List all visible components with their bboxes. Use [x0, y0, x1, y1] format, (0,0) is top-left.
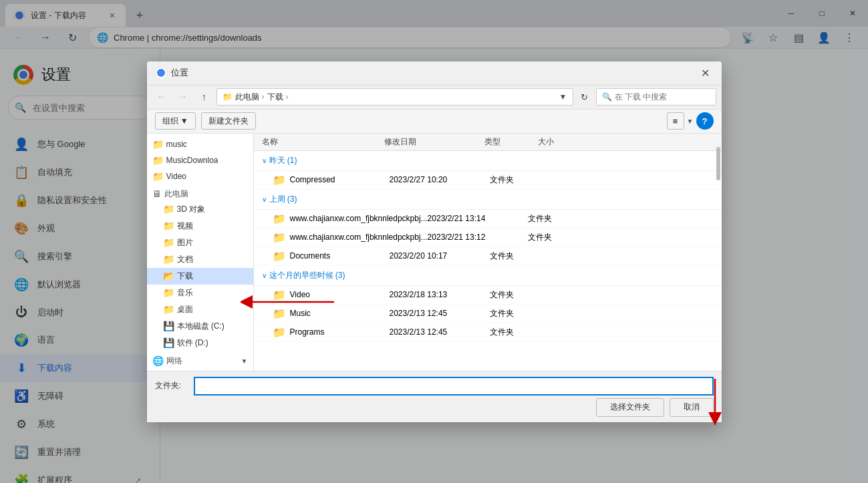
organize-button[interactable]: 组织 ▼ — [155, 112, 196, 130]
breadcrumb-folder-icon: 📁 — [223, 92, 233, 102]
col-date: 修改日期 — [384, 136, 484, 148]
dialog-forward-button[interactable]: → — [174, 88, 192, 106]
help-button[interactable]: ? — [696, 112, 714, 130]
group-label: 昨天 (1) — [269, 155, 297, 166]
folder-icon-yellow: 📁 — [273, 289, 286, 301]
nav-item-MusicDownloa[interactable]: 📁MusicDownloa — [147, 152, 253, 168]
folder-icon: 📁 — [152, 155, 164, 166]
file-date: 2023/2/13 12:45 — [390, 309, 490, 318]
nav-item-本地磁盘-(C:)[interactable]: 💾本地磁盘 (C:) — [147, 318, 253, 335]
view-dropdown-button[interactable]: ▼ — [687, 118, 694, 125]
network-icon: 🌐 — [152, 355, 164, 366]
scrollbar-thumb[interactable] — [716, 147, 720, 180]
col-type: 类型 — [484, 136, 538, 148]
cancel-button[interactable]: 取消 — [670, 398, 714, 417]
folder-icon-yellow: 📁 — [273, 174, 286, 186]
nav-item-下载[interactable]: 📂下载 — [147, 268, 253, 285]
footer-buttons: 选择文件夹 取消 — [155, 398, 714, 417]
dialog-toolbar: ← → ↑ 📁 此电脑 › 下载 › ▼ ↻ 🔍 — [147, 86, 722, 110]
dialog-close-button[interactable]: ✕ — [698, 65, 714, 81]
file-type: 文件夹 — [490, 289, 543, 301]
file-type: 文件夹 — [528, 232, 581, 243]
file-date: 2023/2/20 10:17 — [390, 251, 490, 261]
folder-icon-yellow: 📁 — [273, 231, 286, 244]
dialog-refresh-button[interactable]: ↻ — [576, 88, 593, 106]
nav-item-3D-对象[interactable]: 📁3D 对象 — [147, 201, 253, 218]
folder-icon: 📁 — [163, 254, 174, 265]
table-row[interactable]: 📁Documents 2023/2/20 10:17 文件夹 — [254, 247, 722, 266]
folder-icon: 📁 — [163, 237, 174, 248]
dialog-actions-bar: 组织 ▼ 新建文件夹 ≡ ▼ ? — [147, 110, 722, 134]
col-name: 名称 — [262, 136, 384, 148]
folder-icon: 📁 — [163, 220, 174, 231]
nav-item-label: music — [166, 140, 187, 149]
folder-icon: 📁 — [152, 139, 164, 150]
group-header[interactable]: ∨上周 (3) — [254, 190, 722, 210]
nav-item-label: 桌面 — [177, 304, 193, 315]
view-toggle-button[interactable]: ≡ — [667, 112, 684, 130]
dialog-search-icon: 🔍 — [602, 92, 612, 102]
file-name: 📁Video — [273, 289, 390, 301]
group-label: 这个月的早些时候 (3) — [269, 270, 345, 281]
organize-label: 组织 ▼ — [162, 116, 188, 127]
breadcrumb-dropdown-icon[interactable]: ▼ — [559, 92, 567, 102]
nav-item-label: 本地磁盘 (C:) — [177, 321, 225, 332]
dialog-search-box[interactable]: 🔍 — [596, 88, 716, 106]
new-folder-button[interactable]: 新建文件夹 — [201, 112, 256, 130]
col-empty — [591, 136, 714, 148]
dialog-search-input[interactable] — [615, 92, 710, 102]
breadcrumb-part2: 下载 — [267, 92, 283, 103]
nav-section-此电脑[interactable]: 🖥此电脑 — [147, 184, 253, 201]
breadcrumb-sep2: › — [286, 92, 289, 102]
nav-item-图片[interactable]: 📁图片 — [147, 234, 253, 251]
breadcrumb-part1: 此电脑 — [235, 92, 259, 103]
table-row[interactable]: 📁www.chajianxw.com_fjbknnledpckpbj... 20… — [254, 210, 722, 228]
nav-item-桌面[interactable]: 📁桌面 — [147, 301, 253, 318]
nav-item-label: Video — [166, 172, 186, 181]
nav-item-文档[interactable]: 📁文档 — [147, 251, 253, 268]
breadcrumb-bar[interactable]: 📁 此电脑 › 下载 › ▼ — [216, 88, 573, 106]
file-type: 文件夹 — [490, 251, 543, 262]
folder-icon: 📂 — [163, 271, 174, 281]
nav-section-网络[interactable]: 🌐网络▼ — [147, 351, 253, 368]
nav-item-label: 图片 — [177, 237, 193, 249]
nav-item-music[interactable]: 📁music — [147, 136, 253, 152]
file-name: 📁www.chajianxw.com_fjbknnledpckpbj... — [273, 231, 428, 244]
file-date: 2023/2/21 13:14 — [428, 214, 528, 223]
table-row[interactable]: 📁Music 2023/2/13 12:45 文件夹 — [254, 305, 722, 323]
nav-item-软件-(D:)[interactable]: 💾软件 (D:) — [147, 335, 253, 351]
nav-item-视频[interactable]: 📁视频 — [147, 218, 253, 234]
group-chevron: ∨ — [262, 272, 267, 279]
nav-section-label: 此电脑 — [164, 188, 188, 200]
nav-item-label: 软件 (D:) — [177, 337, 208, 349]
help-icon: ? — [702, 116, 708, 126]
filename-label: 文件夹: — [155, 380, 188, 391]
dialog-up-button[interactable]: ↑ — [195, 88, 214, 106]
table-row[interactable]: 📁Compressed 2023/2/27 10:20 文件夹 — [254, 171, 722, 190]
folder-icon: 📁 — [163, 287, 174, 298]
new-folder-label: 新建文件夹 — [208, 116, 249, 127]
nav-item-Video[interactable]: 📁Video — [147, 168, 253, 184]
nav-item-音乐[interactable]: 📁音乐 — [147, 285, 253, 301]
filename-input[interactable] — [194, 377, 714, 395]
file-type: 文件夹 — [490, 327, 543, 338]
nav-item-label: 文档 — [177, 254, 193, 265]
group-header[interactable]: ∨昨天 (1) — [254, 151, 722, 171]
table-row[interactable]: 📁www.chajianxw.com_fjbknnledpckpbj... 20… — [254, 228, 722, 247]
breadcrumb-sep1: › — [262, 92, 265, 102]
nav-item-label: 下载 — [177, 271, 193, 282]
collapse-icon: ▼ — [241, 357, 248, 365]
table-row[interactable]: 📁Video 2023/2/18 13:13 文件夹 — [254, 286, 722, 305]
folder-icon-yellow: 📁 — [273, 307, 286, 320]
file-date: 2023/2/21 13:12 — [428, 232, 528, 242]
folder-icon: 📁 — [163, 204, 174, 214]
filename-row: 文件夹: — [155, 377, 714, 395]
nav-pane: 📁music📁MusicDownloa📁Video🖥此电脑📁3D 对象📁视频📁图… — [147, 134, 254, 371]
select-folder-button[interactable]: 选择文件夹 — [596, 398, 664, 417]
group-header[interactable]: ∨这个月的早些时候 (3) — [254, 266, 722, 286]
dialog-titlebar: 位置 ✕ — [147, 61, 722, 86]
file-date: 2023/2/13 12:45 — [390, 327, 490, 337]
table-row[interactable]: 📁Programs 2023/2/13 12:45 文件夹 — [254, 323, 722, 342]
drive-icon: 💾 — [163, 321, 174, 331]
dialog-back-button[interactable]: ← — [152, 88, 171, 106]
